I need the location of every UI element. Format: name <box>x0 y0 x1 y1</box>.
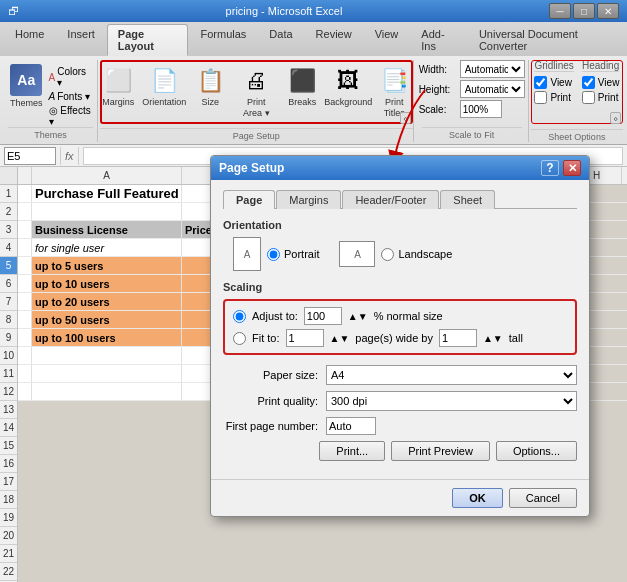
adjust-to-input[interactable] <box>304 307 342 325</box>
tab-page-layout[interactable]: Page Layout <box>107 24 189 56</box>
dialog-help-button[interactable]: ? <box>541 160 559 176</box>
row-header-19: 19 <box>0 509 17 527</box>
orientation-icon: 📄 <box>148 65 180 97</box>
minimize-button[interactable]: ─ <box>549 3 571 19</box>
fit-pages-wide-input[interactable] <box>286 329 324 347</box>
cell-B11[interactable] <box>32 365 182 382</box>
cell-B5[interactable]: up to 5 users <box>32 257 182 274</box>
page-setup-group-label: Page Setup <box>100 128 413 142</box>
adjust-to-row: Adjust to: ▲▼ % normal size <box>233 307 567 325</box>
print-button[interactable]: Print... <box>319 441 385 461</box>
cell-A3[interactable] <box>18 221 32 238</box>
cell-B4[interactable]: for single user <box>32 239 182 256</box>
col-header-A[interactable]: A <box>32 167 182 184</box>
dialog-tab-margins[interactable]: Margins <box>276 190 341 209</box>
first-page-input[interactable] <box>326 417 376 435</box>
options-button[interactable]: Options... <box>496 441 577 461</box>
cell-B3[interactable]: Business License <box>32 221 182 238</box>
headings-print-check[interactable] <box>582 91 595 104</box>
gridlines-view-check[interactable] <box>534 76 547 89</box>
print-area-icon: 🖨 <box>240 65 272 97</box>
page-setup-expand[interactable]: ⬦ <box>400 112 411 124</box>
dialog-tab-sheet[interactable]: Sheet <box>440 190 495 209</box>
tab-addins[interactable]: Add-Ins <box>410 24 467 56</box>
cancel-button[interactable]: Cancel <box>509 488 577 508</box>
tab-review[interactable]: Review <box>305 24 363 56</box>
maximize-button[interactable]: □ <box>573 3 595 19</box>
portrait-radio[interactable] <box>267 248 280 261</box>
row-header-6: 6 <box>0 275 17 293</box>
cell-A6[interactable] <box>18 275 32 292</box>
close-button[interactable]: ✕ <box>597 3 619 19</box>
cell-A4[interactable] <box>18 239 32 256</box>
cell-B7[interactable]: up to 20 users <box>32 293 182 310</box>
dialog-tab-page[interactable]: Page <box>223 190 275 209</box>
tab-udc[interactable]: Universal Document Converter <box>468 24 627 56</box>
background-button[interactable]: 🖼 Background <box>327 62 369 111</box>
ok-button[interactable]: OK <box>452 488 503 508</box>
height-select[interactable]: Automatic <box>460 80 525 98</box>
cell-A2[interactable] <box>18 203 32 220</box>
row-header-4: 4 <box>0 239 17 257</box>
headings-view-check[interactable] <box>582 76 595 89</box>
orientation-label: Orientation <box>223 219 577 231</box>
fit-pages-unit: page(s) wide by <box>355 332 433 344</box>
colors-button[interactable]: A Colors ▾ <box>49 66 94 88</box>
cell-B1[interactable]: Purchase Full Featured Version <box>32 185 182 202</box>
breaks-button[interactable]: ⬛ Breaks <box>281 62 323 111</box>
tab-view[interactable]: View <box>364 24 410 56</box>
row-header-9: 9 <box>0 329 17 347</box>
formula-bar-separator <box>60 147 61 165</box>
themes-big-button[interactable]: Aa Themes <box>8 62 45 110</box>
tab-insert[interactable]: Insert <box>56 24 106 56</box>
name-box[interactable] <box>4 147 56 165</box>
cell-A5[interactable] <box>18 257 32 274</box>
width-select[interactable]: Automatic <box>460 60 525 78</box>
cell-A10[interactable] <box>18 347 32 364</box>
paper-size-select[interactable]: A4 <box>326 365 577 385</box>
cell-B2[interactable] <box>32 203 182 220</box>
cell-A12[interactable] <box>18 383 32 400</box>
cell-A11[interactable] <box>18 365 32 382</box>
cell-B10[interactable] <box>32 347 182 364</box>
dialog-close-button[interactable]: ✕ <box>563 160 581 176</box>
sheet-options-expand[interactable]: ⬦ <box>610 112 621 124</box>
print-preview-button[interactable]: Print Preview <box>391 441 490 461</box>
fit-tall-unit: tall <box>509 332 523 344</box>
fit-pages-tall-input[interactable] <box>439 329 477 347</box>
paper-size-row: Paper size: A4 <box>223 365 577 385</box>
gridlines-print-check[interactable] <box>534 91 547 104</box>
dialog-tab-headerfooter[interactable]: Header/Footer <box>342 190 439 209</box>
landscape-radio[interactable] <box>381 248 394 261</box>
cell-B9[interactable]: up to 100 users <box>32 329 182 346</box>
tab-formulas[interactable]: Formulas <box>189 24 257 56</box>
cell-B8[interactable]: up to 50 users <box>32 311 182 328</box>
cell-B12[interactable] <box>32 383 182 400</box>
print-area-button[interactable]: 🖨 Print Area ▾ <box>235 62 277 122</box>
cell-B6[interactable]: up to 10 users <box>32 275 182 292</box>
cell-A1[interactable] <box>18 185 32 202</box>
landscape-radio-label[interactable]: Landscape <box>381 248 452 261</box>
print-quality-row: Print quality: 300 dpi <box>223 391 577 411</box>
fit-to-radio[interactable] <box>233 332 246 345</box>
adjust-to-radio[interactable] <box>233 310 246 323</box>
print-quality-label: Print quality: <box>223 395 318 407</box>
scale-input[interactable] <box>460 100 502 118</box>
headings-print-label: Print <box>598 92 619 103</box>
tab-home[interactable]: Home <box>4 24 55 56</box>
cell-A7[interactable] <box>18 293 32 310</box>
landscape-text: Landscape <box>398 248 452 260</box>
scale-row: Scale: <box>419 100 525 118</box>
margins-button[interactable]: ⬜ Margins <box>97 62 139 111</box>
size-icon: 📋 <box>194 65 226 97</box>
tab-data[interactable]: Data <box>258 24 303 56</box>
portrait-radio-label[interactable]: Portrait <box>267 248 319 261</box>
orientation-button[interactable]: 📄 Orientation <box>143 62 185 111</box>
select-all-corner[interactable] <box>0 167 17 185</box>
size-button[interactable]: 📋 Size <box>189 62 231 111</box>
fonts-button[interactable]: A Fonts ▾ <box>49 91 94 102</box>
cell-A9[interactable] <box>18 329 32 346</box>
print-quality-select[interactable]: 300 dpi <box>326 391 577 411</box>
cell-A8[interactable] <box>18 311 32 328</box>
effects-button[interactable]: ◎ Effects ▾ <box>49 105 94 127</box>
